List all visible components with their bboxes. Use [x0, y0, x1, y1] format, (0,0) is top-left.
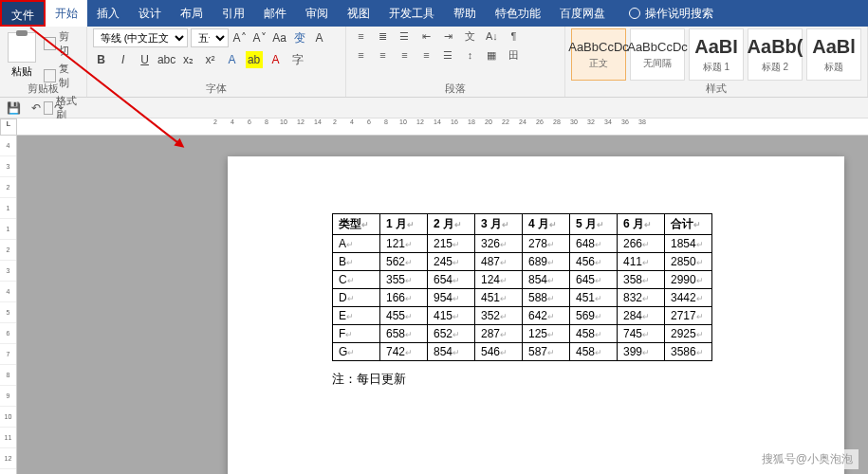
distributed-button[interactable]: ☰	[439, 47, 456, 63]
align-right-button[interactable]: ≡	[396, 47, 413, 63]
clear-format-button[interactable]: A	[311, 29, 328, 46]
enclose-char-button[interactable]: 字	[289, 51, 306, 68]
bold-button[interactable]: B	[93, 51, 110, 68]
ruler-corner: L	[0, 118, 17, 136]
copy-icon	[44, 69, 56, 82]
tab-mailings[interactable]: 邮件	[254, 0, 296, 27]
superscript-button[interactable]: x²	[202, 51, 219, 68]
borders-button[interactable]: 田	[505, 47, 522, 63]
show-marks-button[interactable]: ¶	[505, 28, 522, 44]
font-name-select[interactable]: 等线 (中文正文)	[93, 28, 188, 47]
highlight-button[interactable]: ab	[246, 51, 263, 68]
text-direction-button[interactable]: 文	[461, 28, 478, 44]
style-无间隔[interactable]: AaBbCcDc无间隔	[630, 28, 685, 81]
tell-me-search[interactable]: 操作说明搜索	[629, 6, 713, 22]
tab-home[interactable]: 开始	[46, 0, 87, 27]
paste-icon	[8, 32, 36, 63]
bullets-button[interactable]: ≡	[352, 28, 369, 44]
group-label-styles: 样式	[565, 82, 867, 96]
group-styles: AaBbCcDc正文AaBbCcDc无间隔AaBI标题 1AaBb(标题 2Aa…	[565, 27, 868, 97]
align-left-button[interactable]: ≡	[352, 47, 369, 63]
font-size-select[interactable]: 五号	[191, 28, 229, 47]
tab-design[interactable]: 设计	[129, 0, 171, 27]
italic-button[interactable]: I	[115, 51, 132, 68]
tab-special[interactable]: 特色功能	[486, 0, 550, 27]
note-text[interactable]: 注：每日更新	[332, 371, 740, 388]
search-placeholder: 操作说明搜索	[645, 6, 713, 22]
group-label-font: 字体	[87, 82, 346, 96]
tab-insert[interactable]: 插入	[87, 0, 129, 27]
group-label-clipboard: 剪贴板	[0, 82, 86, 96]
quick-access-toolbar: 💾 ↶ ↷	[0, 98, 868, 118]
document-page[interactable]: 类型↵1 月↵2 月↵3 月↵4 月↵5 月↵6 月↵合计↵A↵121↵215↵…	[228, 156, 844, 474]
paste-button[interactable]: 粘贴	[6, 28, 38, 81]
font-color-button[interactable]: A	[268, 51, 285, 68]
tab-developer[interactable]: 开发工具	[379, 0, 444, 27]
strikethrough-button[interactable]: abc	[158, 51, 175, 68]
tab-view[interactable]: 视图	[338, 0, 379, 27]
brush-icon	[44, 101, 53, 115]
text-effects-button[interactable]: A	[224, 51, 241, 68]
line-spacing-button[interactable]: ↕	[461, 47, 478, 63]
change-case-button[interactable]: Aa	[271, 29, 288, 46]
subscript-button[interactable]: x₂	[180, 51, 197, 68]
data-table[interactable]: 类型↵1 月↵2 月↵3 月↵4 月↵5 月↵6 月↵合计↵A↵121↵215↵…	[332, 213, 712, 361]
phonetic-guide-button[interactable]: 变	[291, 29, 308, 46]
group-paragraph: ≡ ≣ ☰ ⇤ ⇥ 文 A↓ ¶ ≡ ≡ ≡ ≡ ☰ ↕ ▦ 田 段落	[346, 27, 565, 97]
group-font: 等线 (中文正文) 五号 A˄ A˅ Aa 变 A B I U abc x₂ x…	[87, 27, 347, 97]
sort-button[interactable]: A↓	[483, 28, 500, 44]
horizontal-ruler: 2468101214246810121416182022242628303234…	[17, 118, 868, 136]
tab-file[interactable]: 文件	[0, 0, 46, 27]
document-workspace: L 4321123456789101112 246810121424681012…	[0, 118, 868, 474]
decrease-indent-button[interactable]: ⇤	[417, 28, 434, 44]
style-标题[interactable]: AaBl标题	[806, 28, 861, 81]
style-正文[interactable]: AaBbCcDc正文	[571, 28, 626, 81]
numbering-button[interactable]: ≣	[374, 28, 391, 44]
vertical-ruler: 4321123456789101112	[0, 136, 17, 474]
tab-review[interactable]: 审阅	[296, 0, 338, 27]
bulb-icon	[629, 8, 640, 19]
menu-tabs: 文件 开始 插入 设计 布局 引用 邮件 审阅 视图 开发工具 帮助 特色功能 …	[0, 0, 868, 27]
increase-indent-button[interactable]: ⇥	[439, 28, 456, 44]
style-标题 1[interactable]: AaBI标题 1	[689, 28, 744, 81]
shrink-font-button[interactable]: A˅	[251, 29, 268, 46]
tab-references[interactable]: 引用	[212, 0, 254, 27]
tab-layout[interactable]: 布局	[171, 0, 212, 27]
align-center-button[interactable]: ≡	[374, 47, 391, 63]
shading-button[interactable]: ▦	[483, 47, 500, 63]
group-label-paragraph: 段落	[346, 82, 564, 96]
watermark: 搜狐号@小奥泡泡	[756, 449, 859, 469]
ribbon: 粘贴 剪切 复制 格式刷 剪贴板 等线 (中文正文) 五号 A˄ A˅ Aa 变…	[0, 27, 868, 98]
cut-button[interactable]: 剪切	[42, 28, 81, 59]
grow-font-button[interactable]: A˄	[231, 29, 249, 46]
justify-button[interactable]: ≡	[417, 47, 434, 63]
tab-baidu-disk[interactable]: 百度网盘	[550, 0, 615, 27]
multilevel-button[interactable]: ☰	[396, 28, 413, 44]
tab-help[interactable]: 帮助	[444, 0, 486, 27]
style-标题 2[interactable]: AaBb(标题 2	[748, 28, 803, 81]
underline-button[interactable]: U	[137, 51, 154, 68]
